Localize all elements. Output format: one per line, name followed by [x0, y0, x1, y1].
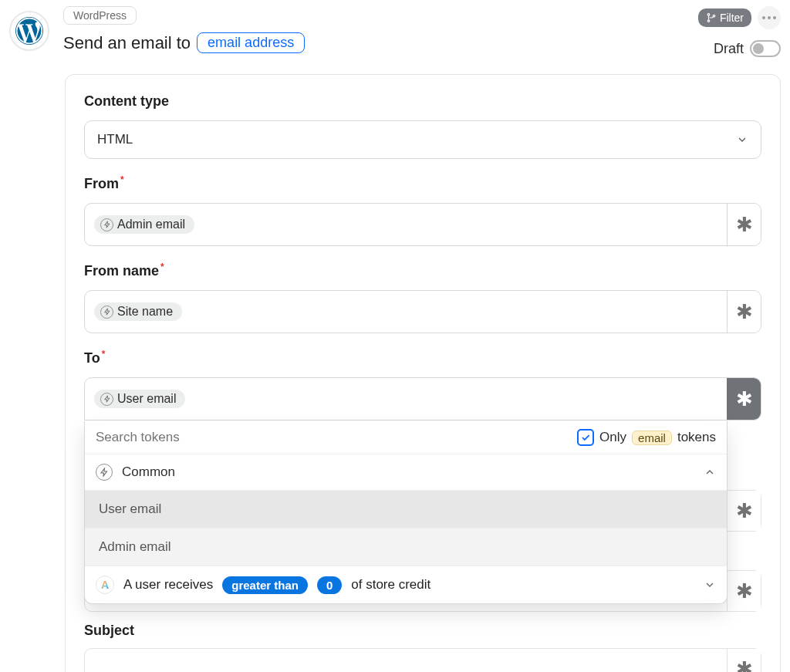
chevron-down-icon	[704, 579, 716, 591]
amount-pill: 0	[317, 576, 342, 594]
title-placeholder-chip[interactable]: email address	[197, 32, 305, 53]
more-menu-button[interactable]	[758, 6, 781, 29]
bolt-icon	[100, 306, 113, 319]
filter-button[interactable]: Filter	[698, 8, 751, 27]
bolt-icon	[100, 218, 113, 231]
action-title: Send an email to email address	[63, 32, 698, 53]
svg-point-1	[707, 20, 710, 22]
from-input[interactable]: Admin email ✱	[84, 203, 761, 246]
draft-status-label: Draft	[714, 41, 744, 57]
draft-toggle[interactable]	[750, 40, 781, 57]
bolt-icon	[100, 393, 113, 406]
comparator-pill: greater than	[222, 576, 308, 594]
to-label: To *	[84, 350, 761, 366]
bolt-icon	[96, 464, 113, 481]
svg-point-0	[707, 14, 710, 16]
automator-icon: A	[96, 576, 114, 594]
token-group-common[interactable]: Common	[85, 454, 727, 491]
token-option-user-email[interactable]: User email	[85, 491, 727, 528]
token-dropdown: Only email tokens Common User email Admi…	[84, 421, 728, 604]
insert-token-button-from[interactable]: ✱	[727, 204, 761, 245]
check-icon	[580, 432, 591, 443]
from-name-label: From name *	[84, 263, 761, 279]
from-token-chip[interactable]: Admin email	[94, 215, 194, 234]
to-token-chip[interactable]: User email	[94, 390, 185, 408]
from-name-input[interactable]: Site name ✱	[84, 290, 761, 333]
insert-token-button-cc[interactable]: ✱	[727, 491, 761, 531]
subject-label: Subject	[66, 623, 780, 642]
insert-token-button-bcc[interactable]: ✱	[727, 571, 761, 611]
search-tokens-input[interactable]	[96, 430, 569, 445]
integration-tag[interactable]: WordPress	[63, 6, 137, 25]
branch-icon	[706, 12, 717, 23]
token-option-admin-email[interactable]: Admin email	[85, 528, 727, 566]
subject-input[interactable]: ✱	[84, 648, 761, 672]
from-name-token-chip[interactable]: Site name	[94, 302, 182, 321]
chevron-up-icon	[704, 466, 716, 478]
content-type-label: Content type	[84, 93, 761, 110]
from-label: From *	[84, 176, 761, 192]
wordpress-logo	[9, 11, 49, 51]
token-group-trigger[interactable]: A A user receives greater than 0 of stor…	[85, 566, 727, 603]
chevron-down-icon	[736, 133, 748, 146]
insert-token-button-subject[interactable]: ✱	[727, 649, 761, 672]
only-email-filter[interactable]: Only email tokens	[577, 429, 716, 446]
action-config-panel: Content type HTML From * Admin email ✱ F…	[65, 74, 781, 672]
email-filter-chip: email	[632, 431, 672, 445]
checkbox-icon	[577, 429, 594, 446]
content-type-select[interactable]: HTML	[84, 120, 761, 159]
to-input[interactable]: User email ✱	[84, 377, 761, 420]
insert-token-button-from-name[interactable]: ✱	[727, 291, 761, 333]
insert-token-button-to[interactable]: ✱	[727, 378, 761, 420]
